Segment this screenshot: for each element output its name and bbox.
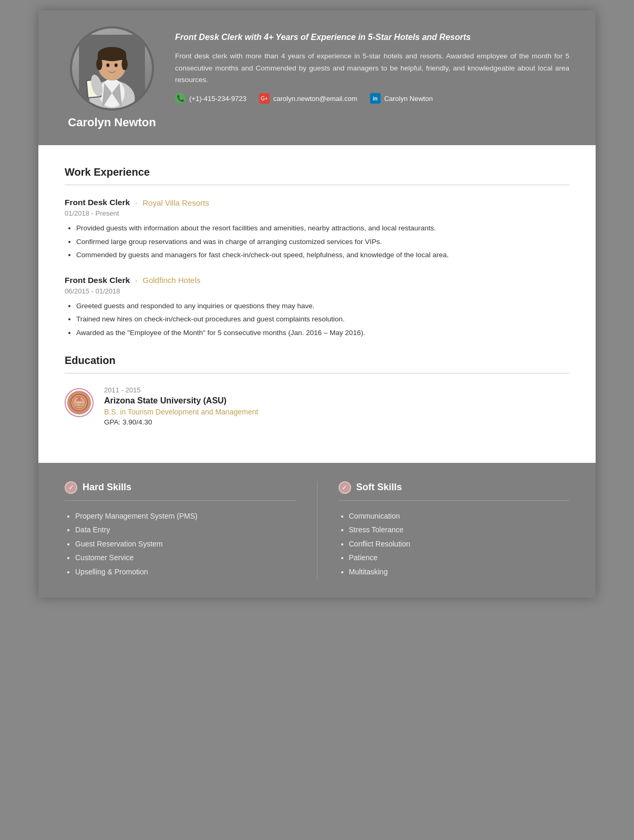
- job-sep-1: ·: [135, 198, 137, 207]
- job-company-1: Royal Villa Resorts: [142, 198, 209, 207]
- job-bullets-1: Provided guests with information about t…: [65, 222, 569, 261]
- svg-point-9: [115, 64, 118, 67]
- job-bullet-1-1: Provided guests with information about t…: [76, 222, 569, 234]
- hard-skills-title: Hard Skills: [83, 482, 131, 493]
- contact-phone: 📞 (+1)-415-234-9723: [175, 93, 247, 104]
- soft-skills-title-row: ✓ Soft Skills: [339, 481, 570, 494]
- hard-skills-col: ✓ Hard Skills Property Management System…: [65, 481, 317, 579]
- asu-seal-icon: ASU EST 1885: [70, 393, 88, 412]
- job-bullet-1-3: Commended by guests and managers for fas…: [76, 249, 569, 261]
- svg-point-6: [96, 58, 103, 70]
- hard-skill-1: Property Management System (PMS): [75, 509, 296, 523]
- job-bullet-2-3: Awarded as the "Employee of the Month" f…: [76, 327, 569, 339]
- contact-linkedin: in Carolyn Newton: [370, 93, 433, 104]
- header-top: Carolyn Newton Front Desk Clerk with 4+ …: [65, 26, 569, 129]
- soft-skill-1: Communication: [349, 509, 570, 523]
- linkedin-name: Carolyn Newton: [384, 95, 433, 103]
- job-header-2: Front Desk Clerk · Goldfinch Hotels: [65, 276, 569, 285]
- soft-skills-list: Communication Stress Tolerance Conflict …: [339, 509, 570, 579]
- page-background: Carolyn Newton Front Desk Clerk with 4+ …: [0, 0, 634, 840]
- contact-email: G+ carolyn.newton@email.com: [259, 93, 357, 104]
- header-content: Front Desk Clerk with 4+ Years of Experi…: [175, 26, 569, 104]
- edu-degree-1: B.S. in Tourism Development and Manageme…: [104, 408, 569, 416]
- university-logo: ASU EST 1885: [65, 388, 94, 417]
- header-photo-name: Carolyn Newton: [65, 26, 159, 129]
- svg-point-7: [121, 58, 128, 70]
- edu-years-1: 2011 - 2015: [104, 386, 569, 394]
- job-bullets-2: Greeted guests and responded to any inqu…: [65, 300, 569, 339]
- hard-skills-divider: [65, 500, 296, 501]
- edu-details-1: 2011 - 2015 Arizona State University (AS…: [104, 386, 569, 426]
- email-icon: G+: [259, 93, 270, 104]
- education-title: Education: [65, 355, 569, 367]
- job-sep-2: ·: [135, 276, 137, 285]
- svg-point-8: [106, 64, 109, 67]
- job-dates-2: 06/2015 - 01/2018: [65, 287, 569, 295]
- job-bullet-1-2: Confirmed large group reservations and w…: [76, 236, 569, 248]
- work-experience-divider: [65, 185, 569, 185]
- job-company-2: Goldfinch Hotels: [142, 276, 200, 285]
- hard-skill-4: Customer Service: [75, 551, 296, 565]
- edu-school-1: Arizona State University (ASU): [104, 396, 569, 406]
- phone-number: (+1)-415-234-9723: [189, 95, 247, 103]
- soft-skill-2: Stress Tolerance: [349, 523, 570, 537]
- hard-skill-2: Data Entry: [75, 523, 296, 537]
- job-dates-1: 01/2018 - Present: [65, 209, 569, 217]
- skills-footer: ✓ Hard Skills Property Management System…: [38, 463, 596, 598]
- soft-skills-col: ✓ Soft Skills Communication Stress Toler…: [317, 481, 570, 579]
- job-block-1: Front Desk Clerk · Royal Villa Resorts 0…: [65, 198, 569, 261]
- soft-skill-3: Conflict Resolution: [349, 537, 570, 551]
- work-experience-section: Work Experience Front Desk Clerk · Royal…: [65, 166, 569, 339]
- main-content: Work Experience Front Desk Clerk · Royal…: [38, 145, 596, 463]
- person-illustration: [78, 35, 146, 108]
- soft-skills-divider: [339, 500, 570, 501]
- hard-skills-list: Property Management System (PMS) Data En…: [65, 509, 296, 579]
- header-title: Front Desk Clerk with 4+ Years of Experi…: [175, 32, 569, 43]
- work-experience-title: Work Experience: [65, 166, 569, 178]
- job-block-2: Front Desk Clerk · Goldfinch Hotels 06/2…: [65, 276, 569, 339]
- phone-icon: 📞: [175, 93, 186, 104]
- header-summary: Front desk clerk with more than 4 years …: [175, 50, 569, 86]
- hard-skills-check-icon: ✓: [65, 481, 77, 494]
- job-bullet-2-1: Greeted guests and responded to any inqu…: [76, 300, 569, 312]
- svg-text:EST 1885: EST 1885: [75, 403, 84, 406]
- email-address: carolyn.newton@email.com: [273, 95, 357, 103]
- edu-gpa-1: GPA: 3.90/4.30: [104, 418, 569, 426]
- hard-skill-5: Upselling & Promotion: [75, 565, 296, 579]
- education-section: Education ASU EST 1885: [65, 355, 569, 426]
- soft-skills-check-icon: ✓: [339, 481, 351, 494]
- job-title-2: Front Desk Clerk: [65, 276, 130, 285]
- job-title-1: Front Desk Clerk: [65, 198, 130, 207]
- job-header-1: Front Desk Clerk · Royal Villa Resorts: [65, 198, 569, 207]
- hard-skills-title-row: ✓ Hard Skills: [65, 481, 296, 494]
- avatar: [70, 26, 154, 110]
- soft-skill-4: Patience: [349, 551, 570, 565]
- soft-skills-title: Soft Skills: [356, 482, 402, 493]
- job-bullet-2-2: Trained new hires on check-in/check-out …: [76, 313, 569, 325]
- university-logo-inner: ASU EST 1885: [67, 391, 91, 414]
- candidate-name: Carolyn Newton: [68, 116, 156, 129]
- edu-block-1: ASU EST 1885 2011 - 2015 Arizona State U…: [65, 386, 569, 426]
- header-contact: 📞 (+1)-415-234-9723 G+ carolyn.newton@em…: [175, 93, 569, 104]
- resume-wrapper: Carolyn Newton Front Desk Clerk with 4+ …: [38, 11, 596, 598]
- resume-header: Carolyn Newton Front Desk Clerk with 4+ …: [38, 11, 596, 145]
- education-divider: [65, 373, 569, 373]
- linkedin-icon: in: [370, 93, 381, 104]
- soft-skill-5: Multitasking: [349, 565, 570, 579]
- avatar-placeholder: [72, 28, 152, 108]
- hard-skill-3: Guest Reservation System: [75, 537, 296, 551]
